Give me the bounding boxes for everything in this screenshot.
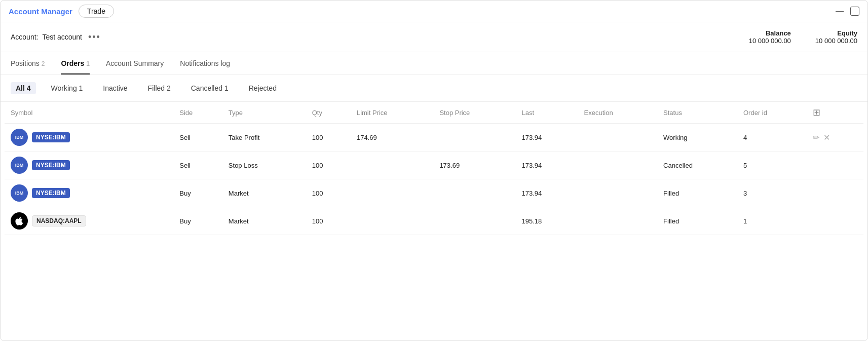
cell-order-id: 1 — [737, 207, 807, 235]
col-last: Last — [515, 102, 578, 124]
equity-item: Equity 10 000 000.00 — [815, 29, 857, 45]
table-row: IBM NYSE:IBM Sell Take Profit 100 174.69… — [5, 124, 863, 151]
cell-stop-price — [433, 179, 515, 207]
tab-orders[interactable]: Orders 1 — [61, 52, 90, 74]
cell-last: 173.94 — [515, 179, 578, 207]
cell-execution — [578, 151, 658, 179]
cancel-icon[interactable]: ✕ — [823, 133, 830, 142]
cell-limit-price — [351, 151, 433, 179]
symbol-badge[interactable]: NYSE:IBM — [32, 160, 70, 170]
col-type: Type — [222, 102, 306, 124]
symbol-badge[interactable]: NYSE:IBM — [32, 132, 70, 142]
col-qty: Qty — [306, 102, 351, 124]
cell-last: 173.94 — [515, 151, 578, 179]
top-nav: Account Manager Trade — — [1, 1, 867, 22]
cell-order-id: 5 — [737, 151, 807, 179]
equity-value: 10 000 000.00 — [815, 37, 857, 45]
cell-type: Stop Loss — [222, 151, 306, 179]
main-tabs: Positions 2 Orders 1 Account Summary Not… — [1, 52, 867, 75]
col-status: Status — [657, 102, 737, 124]
col-side: Side — [173, 102, 222, 124]
account-financials: Balance 10 000 000.00 Equity 10 000 000.… — [749, 29, 857, 45]
account-label: Account: Test account — [11, 33, 82, 41]
cell-stop-price — [433, 124, 515, 151]
col-actions: ⊞ — [807, 102, 863, 124]
col-order-id: Order id — [737, 102, 807, 124]
cell-status: Cancelled — [657, 151, 737, 179]
equity-label: Equity — [815, 29, 857, 37]
cell-type: Market — [222, 179, 306, 207]
window-controls: — — [835, 7, 859, 16]
balance-item: Balance 10 000 000.00 — [749, 29, 791, 45]
cell-actions — [807, 207, 863, 235]
cell-stop-price: 173.69 — [433, 151, 515, 179]
tab-account-summary[interactable]: Account Summary — [106, 52, 164, 74]
orders-table: Symbol Side Type Qty Limit Price Stop Pr… — [5, 102, 863, 235]
cell-last: 195.18 — [515, 207, 578, 235]
columns-settings-icon[interactable]: ⊞ — [813, 107, 820, 118]
account-menu-dots[interactable]: ••• — [88, 32, 101, 43]
symbol-avatar: IBM — [11, 184, 28, 202]
symbol-avatar: IBM — [11, 129, 28, 146]
balance-label: Balance — [749, 29, 791, 37]
col-execution: Execution — [578, 102, 658, 124]
orders-table-wrap: Symbol Side Type Qty Limit Price Stop Pr… — [1, 102, 867, 235]
cell-qty: 100 — [306, 151, 351, 179]
filter-working[interactable]: Working 1 — [46, 82, 88, 94]
cell-actions — [807, 151, 863, 179]
cell-actions — [807, 179, 863, 207]
edit-icon[interactable]: ✏ — [813, 133, 819, 142]
filter-cancelled[interactable]: Cancelled 1 — [186, 82, 234, 94]
cell-execution — [578, 124, 658, 151]
cell-limit-price: 174.69 — [351, 124, 433, 151]
minimize-button[interactable]: — — [835, 7, 844, 16]
symbol-badge[interactable]: NASDAQ:AAPL — [32, 215, 86, 226]
cell-status: Filled — [657, 179, 737, 207]
filter-rejected[interactable]: Rejected — [244, 82, 282, 94]
cell-status: Working — [657, 124, 737, 151]
filter-tabs: All 4 Working 1 Inactive Filled 2 Cancel… — [1, 75, 867, 102]
tab-notifications-log[interactable]: Notifications log — [180, 52, 230, 74]
cell-symbol: IBM NYSE:IBM — [5, 151, 173, 179]
cell-order-id: 3 — [737, 179, 807, 207]
col-symbol: Symbol — [5, 102, 173, 124]
cell-limit-price — [351, 179, 433, 207]
symbol-badge[interactable]: NYSE:IBM — [32, 188, 70, 198]
app-container: Account Manager Trade — Account: Test ac… — [0, 0, 868, 341]
cell-side: Sell — [173, 124, 222, 151]
table-row: NASDAQ:AAPL Buy Market 100 195.18 Filled… — [5, 207, 863, 235]
table-row: IBM NYSE:IBM Sell Stop Loss 100 173.69 1… — [5, 151, 863, 179]
filter-inactive[interactable]: Inactive — [98, 82, 132, 94]
cell-execution — [578, 179, 658, 207]
cell-last: 173.94 — [515, 124, 578, 151]
cell-side: Sell — [173, 151, 222, 179]
filter-all[interactable]: All 4 — [11, 82, 36, 94]
symbol-avatar — [11, 212, 28, 230]
cell-limit-price — [351, 207, 433, 235]
cell-symbol: NASDAQ:AAPL — [5, 207, 173, 235]
filter-filled[interactable]: Filled 2 — [143, 82, 176, 94]
account-manager-link[interactable]: Account Manager — [9, 7, 72, 16]
cell-symbol: IBM NYSE:IBM — [5, 179, 173, 207]
cell-actions: ✏ ✕ — [807, 124, 863, 151]
cell-type: Take Profit — [222, 124, 306, 151]
col-limit-price: Limit Price — [351, 102, 433, 124]
cell-stop-price — [433, 207, 515, 235]
cell-type: Market — [222, 207, 306, 235]
col-stop-price: Stop Price — [433, 102, 515, 124]
cell-status: Filled — [657, 207, 737, 235]
cell-side: Buy — [173, 207, 222, 235]
restore-button[interactable] — [850, 7, 859, 16]
cell-side: Buy — [173, 179, 222, 207]
cell-qty: 100 — [306, 124, 351, 151]
cell-order-id: 4 — [737, 124, 807, 151]
trade-button[interactable]: Trade — [79, 5, 114, 18]
table-row: IBM NYSE:IBM Buy Market 100 173.94 Fille… — [5, 179, 863, 207]
cell-qty: 100 — [306, 207, 351, 235]
cell-qty: 100 — [306, 179, 351, 207]
tab-positions[interactable]: Positions 2 — [11, 52, 45, 74]
symbol-avatar: IBM — [11, 157, 28, 174]
cell-execution — [578, 207, 658, 235]
account-name: Test account — [42, 33, 82, 41]
account-bar: Account: Test account ••• Balance 10 000… — [1, 22, 867, 52]
